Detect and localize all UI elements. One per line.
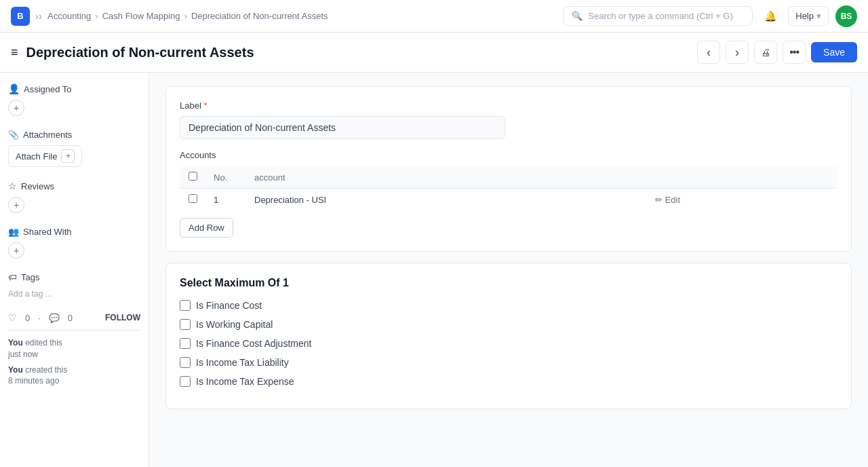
- table-row-checkbox[interactable]: [189, 194, 197, 203]
- table-header-account: account: [246, 166, 647, 189]
- page-header: Depreciation of Non-current Assets ‹ › 🖨…: [0, 33, 868, 73]
- add-row-button[interactable]: Add Row: [180, 218, 233, 238]
- assigned-to-header: 👤 Assigned To: [8, 83, 140, 94]
- activity-log: You edited this just now You created thi…: [8, 337, 140, 387]
- likes-count: 0: [25, 313, 30, 323]
- breadcrumb-current: Depreciation of Non-current Assets: [191, 11, 328, 21]
- option-row-2: Is Finance Cost Adjustment: [180, 338, 837, 349]
- option-checkbox-3[interactable]: [180, 357, 191, 368]
- table-cell-no: 1: [205, 189, 246, 211]
- activity-time-0: just now: [8, 350, 38, 359]
- option-label-0: Is Finance Cost: [196, 300, 262, 311]
- shared-with-add-button[interactable]: +: [8, 242, 24, 259]
- accounts-table: No. account 1 Depreciation - USI: [180, 166, 837, 211]
- bell-icon: [764, 10, 777, 22]
- tags-label: Tags: [21, 272, 39, 282]
- breadcrumb: Accounting › Cash Flow Mapping › Depreci…: [47, 11, 328, 21]
- help-button[interactable]: Help ▾: [788, 6, 829, 26]
- tag-icon: 🏷: [8, 272, 17, 282]
- option-checkbox-1[interactable]: [180, 319, 191, 330]
- attachments-label: Attachments: [23, 130, 72, 140]
- tags-header: 🏷 Tags: [8, 272, 140, 282]
- shared-with-label: Shared With: [23, 227, 72, 237]
- option-label-3: Is Income Tax Liability: [196, 357, 289, 368]
- option-row-3: Is Income Tax Liability: [180, 357, 837, 368]
- table-row: 1 Depreciation - USI ✏ Edit: [180, 189, 837, 211]
- header-actions: ‹ › 🖨 ••• Save: [697, 41, 857, 64]
- option-label-1: Is Working Capital: [196, 319, 273, 330]
- reviews-section: ☆ Reviews +: [8, 181, 140, 213]
- help-chevron-icon: ▾: [816, 11, 821, 21]
- dots-icon: •••: [789, 46, 799, 58]
- follow-button[interactable]: FOLLOW: [105, 313, 140, 322]
- comment-icon: 💬: [49, 313, 60, 323]
- label-field-label: Label *: [180, 100, 837, 111]
- attach-plus-icon: +: [61, 149, 75, 163]
- activity-user-1: You: [8, 365, 23, 375]
- attachments-section: 📎 Attachments Attach File +: [8, 130, 140, 167]
- activity-item-0: You edited this just now: [8, 337, 140, 360]
- top-nav: B › Accounting › Cash Flow Mapping › Dep…: [0, 0, 868, 33]
- search-icon: [572, 11, 583, 21]
- share-icon: 👥: [8, 227, 19, 237]
- table-header-no: No.: [205, 166, 246, 189]
- add-tag-placeholder[interactable]: Add a tag ...: [8, 289, 52, 299]
- label-accounts-card: Label * Accounts No. account: [165, 86, 852, 252]
- menu-icon[interactable]: [11, 45, 18, 60]
- attach-file-label: Attach File: [16, 151, 57, 162]
- edit-row-button[interactable]: ✏ Edit: [655, 195, 680, 205]
- select-max-options: Is Finance Cost Is Working Capital Is Fi…: [180, 300, 837, 387]
- avatar: BS: [835, 5, 857, 27]
- assigned-to-label: Assigned To: [24, 84, 72, 94]
- select-max-title: Select Maximum Of 1: [180, 277, 837, 289]
- sidebar: 👤 Assigned To + 📎 Attachments Attach Fil…: [0, 73, 149, 467]
- activity-time-1: 8 minutes ago: [8, 376, 59, 386]
- table-cell-checkbox: [180, 189, 206, 211]
- layout: 👤 Assigned To + 📎 Attachments Attach Fil…: [0, 73, 868, 467]
- assigned-to-add-button[interactable]: +: [8, 100, 24, 116]
- prev-icon: ‹: [707, 45, 711, 60]
- option-checkbox-2[interactable]: [180, 338, 191, 349]
- table-select-all[interactable]: [189, 172, 197, 181]
- attach-file-button[interactable]: Attach File +: [8, 145, 82, 167]
- accounts-section-title: Accounts: [180, 150, 837, 160]
- app-icon: B: [11, 7, 30, 26]
- heart-icon: ♡: [8, 312, 17, 323]
- option-checkbox-4[interactable]: [180, 376, 191, 387]
- breadcrumb-cashflow[interactable]: Cash Flow Mapping: [102, 11, 180, 21]
- tags-section: 🏷 Tags Add a tag ...: [8, 272, 140, 299]
- edit-icon: ✏: [655, 195, 663, 205]
- person-icon: 👤: [8, 83, 20, 94]
- option-checkbox-0[interactable]: [180, 300, 191, 311]
- activity-user-0: You: [8, 338, 23, 348]
- reviews-label: Reviews: [21, 181, 54, 191]
- option-label-4: Is Income Tax Expense: [196, 376, 294, 387]
- more-button[interactable]: •••: [783, 41, 806, 64]
- activity-item-1: You created this 8 minutes ago: [8, 365, 140, 388]
- next-icon: ›: [735, 45, 739, 60]
- help-label: Help: [795, 11, 814, 21]
- required-marker: *: [203, 100, 207, 111]
- shared-with-header: 👥 Shared With: [8, 227, 140, 237]
- sidebar-divider: [8, 330, 140, 331]
- reviews-add-button[interactable]: +: [8, 197, 24, 213]
- option-label-2: Is Finance Cost Adjustment: [196, 338, 311, 349]
- table-cell-account: Depreciation - USI: [246, 189, 647, 211]
- save-button[interactable]: Save: [811, 42, 857, 62]
- attachments-header: 📎 Attachments: [8, 130, 140, 140]
- print-button[interactable]: 🖨: [754, 41, 777, 64]
- notifications-button[interactable]: [760, 5, 781, 27]
- activity-action-1: created this: [25, 365, 67, 375]
- search-box[interactable]: Search or type a command (Ctrl + G): [563, 6, 753, 26]
- dot-sep: ·: [38, 313, 41, 323]
- assigned-to-section: 👤 Assigned To +: [8, 83, 140, 116]
- prev-button[interactable]: ‹: [697, 41, 720, 64]
- edit-label: Edit: [665, 195, 680, 205]
- next-button[interactable]: ›: [726, 41, 749, 64]
- print-icon: 🖨: [761, 47, 770, 58]
- label-input[interactable]: [180, 116, 505, 139]
- main-content: Label * Accounts No. account: [149, 73, 868, 467]
- activity-action-0: edited this: [25, 338, 62, 348]
- star-icon: ☆: [8, 181, 17, 191]
- breadcrumb-accounting[interactable]: Accounting: [47, 11, 91, 21]
